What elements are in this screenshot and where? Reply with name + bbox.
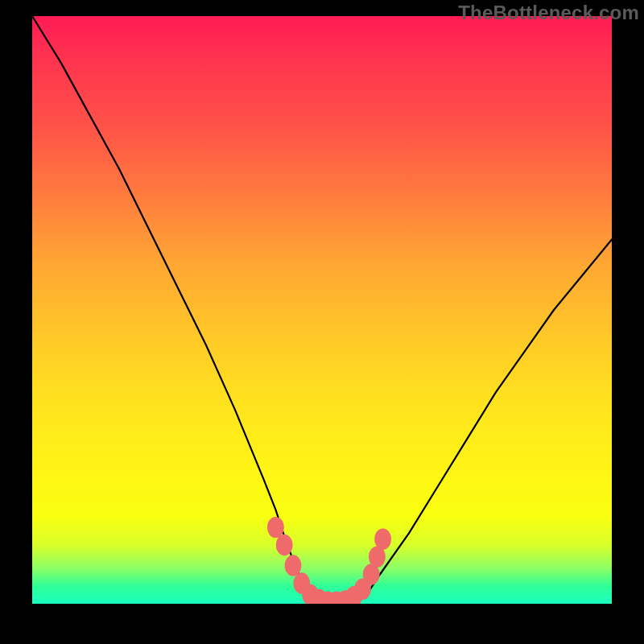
curve-marker [374,529,391,550]
chart-plot-area [32,16,612,604]
curve-marker [285,555,302,576]
chart-frame: TheBottleneck.com [0,0,644,644]
curve-marker [276,535,293,555]
bottleneck-curve [32,16,612,604]
curve-marker [267,517,284,538]
curve-markers [267,517,391,604]
chart-svg [32,16,612,604]
watermark-text: TheBottleneck.com [458,2,639,24]
